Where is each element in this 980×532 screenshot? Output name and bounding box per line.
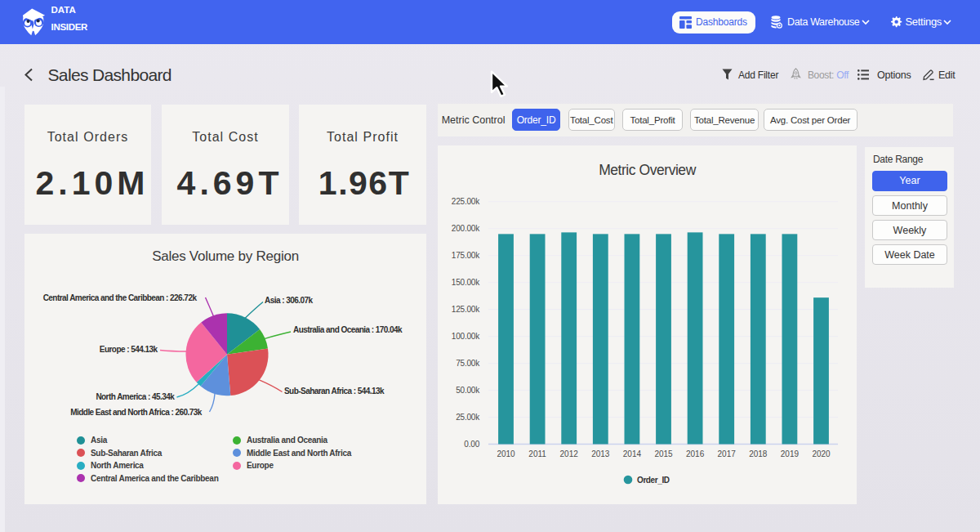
svg-text:Order_ID: Order_ID bbox=[637, 476, 670, 485]
svg-text:225.00k: 225.00k bbox=[452, 197, 480, 206]
svg-text:150.00k: 150.00k bbox=[452, 278, 480, 287]
svg-text:2013: 2013 bbox=[591, 449, 610, 458]
svg-text:2014: 2014 bbox=[623, 449, 642, 458]
svg-text:2010: 2010 bbox=[497, 449, 515, 458]
svg-text:2018: 2018 bbox=[749, 449, 768, 458]
svg-text:2015: 2015 bbox=[654, 449, 673, 458]
svg-text:175.00k: 175.00k bbox=[452, 251, 480, 260]
svg-text:100.00k: 100.00k bbox=[452, 332, 480, 341]
svg-text:0.00: 0.00 bbox=[464, 440, 479, 449]
svg-text:200.00k: 200.00k bbox=[452, 224, 480, 233]
svg-text:25.00k: 25.00k bbox=[456, 413, 480, 422]
svg-text:2011: 2011 bbox=[528, 449, 546, 458]
svg-text:75.00k: 75.00k bbox=[456, 359, 480, 368]
svg-text:2017: 2017 bbox=[718, 449, 737, 458]
svg-text:125.00k: 125.00k bbox=[452, 305, 480, 314]
svg-text:50.00k: 50.00k bbox=[456, 386, 480, 395]
svg-text:2020: 2020 bbox=[812, 449, 831, 458]
svg-text:2012: 2012 bbox=[560, 449, 579, 458]
svg-text:2016: 2016 bbox=[686, 449, 705, 458]
svg-text:2019: 2019 bbox=[781, 449, 800, 458]
